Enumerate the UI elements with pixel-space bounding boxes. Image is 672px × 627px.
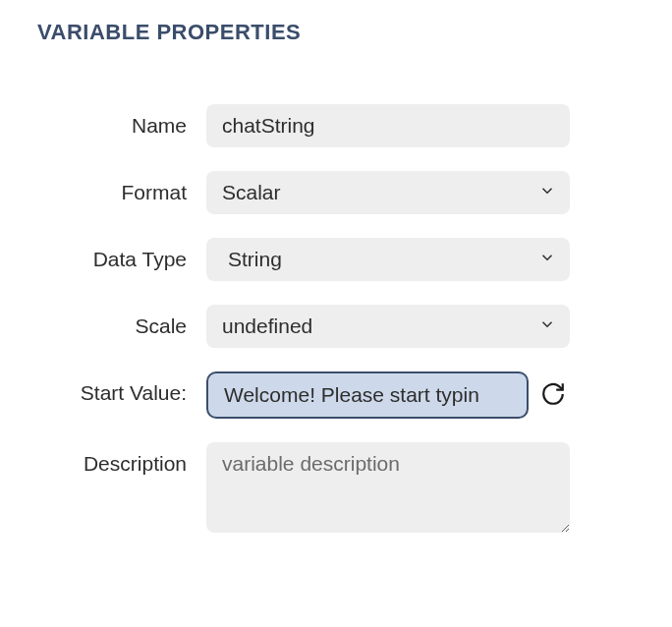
format-label: Format: [29, 171, 206, 204]
description-textarea[interactable]: [206, 442, 570, 533]
format-select[interactable]: Scalar: [206, 171, 570, 214]
panel-title: VARIABLE PROPERTIES: [37, 20, 643, 45]
name-label: Name: [29, 104, 206, 138]
data-type-label: Data Type: [29, 238, 206, 271]
format-row: Format Scalar: [29, 171, 643, 214]
description-row: Description: [29, 442, 643, 533]
reset-button[interactable]: [536, 377, 570, 414]
data-type-row: Data Type String: [29, 238, 643, 281]
data-type-select[interactable]: String: [206, 238, 570, 281]
start-value-row: Start Value:: [29, 371, 643, 419]
name-input[interactable]: [206, 104, 570, 147]
start-value-label: Start Value:: [29, 371, 206, 405]
name-row: Name: [29, 104, 643, 147]
start-value-input[interactable]: [206, 371, 529, 419]
scale-label: Scale: [29, 305, 206, 338]
refresh-icon: [540, 381, 566, 410]
scale-select[interactable]: undefined: [206, 305, 570, 348]
description-label: Description: [29, 442, 206, 476]
scale-row: Scale undefined: [29, 305, 643, 348]
